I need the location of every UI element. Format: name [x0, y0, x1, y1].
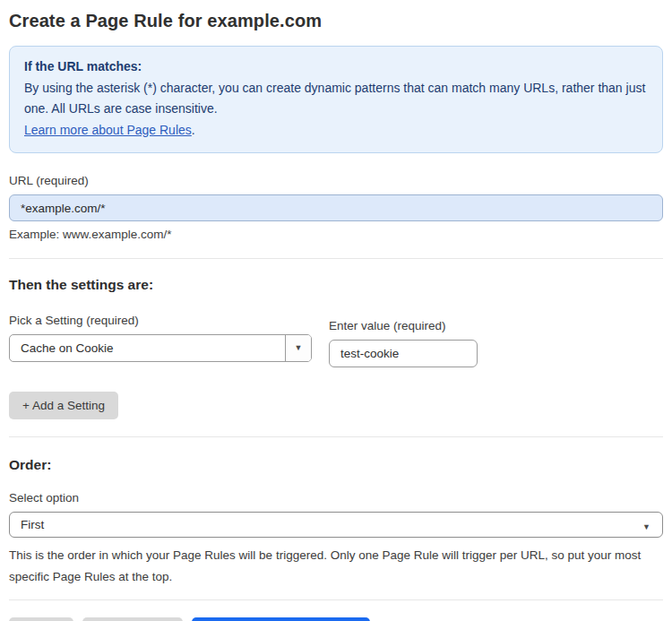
order-select-label: Select option	[9, 491, 663, 505]
order-helper-text: This is the order in which your Page Rul…	[9, 545, 663, 588]
cancel-button[interactable]: Cancel	[9, 617, 73, 621]
order-section-heading: Order:	[9, 457, 663, 473]
order-select[interactable]: First ▼	[9, 512, 663, 538]
pick-setting-column: Pick a Setting (required) Cache on Cooki…	[9, 314, 312, 367]
enter-value-column: Enter value (required)	[329, 319, 478, 367]
setting-select[interactable]: Cache on Cookie ▼	[9, 334, 312, 362]
info-box-body: By using the asterisk (*) character, you…	[24, 78, 648, 120]
save-as-draft-button[interactable]: Save as Draft	[82, 617, 183, 621]
form-actions: Cancel Save as Draft Save and Deploy Pag…	[9, 617, 663, 621]
divider	[9, 436, 663, 437]
chevron-down-glyph: ▼	[642, 522, 650, 531]
chevron-down-icon: ▼	[642, 517, 662, 533]
link-suffix: .	[192, 123, 195, 137]
enter-value-label: Enter value (required)	[329, 319, 478, 332]
setting-value-input[interactable]	[329, 340, 478, 367]
url-example-helper: Example: www.example.com/*	[9, 228, 663, 241]
setting-select-value: Cache on Cookie	[10, 341, 285, 355]
divider	[9, 599, 663, 600]
info-box-link-line: Learn more about Page Rules.	[24, 120, 648, 142]
save-and-deploy-button[interactable]: Save and Deploy Page Rule	[192, 617, 371, 621]
setting-row: Pick a Setting (required) Cache on Cooki…	[9, 314, 663, 367]
pick-setting-label: Pick a Setting (required)	[9, 314, 312, 327]
setting-select-arrow-button[interactable]: ▼	[285, 335, 311, 361]
settings-section-heading: Then the settings are:	[9, 277, 663, 293]
add-setting-button[interactable]: + Add a Setting	[9, 392, 118, 419]
info-box-heading: If the URL matches:	[24, 56, 648, 78]
url-input[interactable]	[9, 194, 663, 221]
create-page-rule-form: Create a Page Rule for example.com If th…	[0, 0, 672, 621]
url-field-label: URL (required)	[9, 174, 663, 187]
order-select-value: First	[10, 518, 642, 531]
page-title: Create a Page Rule for example.com	[9, 11, 663, 31]
url-match-info-box: If the URL matches: By using the asteris…	[9, 46, 663, 153]
divider	[9, 258, 663, 259]
chevron-down-icon: ▼	[295, 344, 303, 352]
learn-more-link[interactable]: Learn more about Page Rules	[24, 123, 192, 137]
